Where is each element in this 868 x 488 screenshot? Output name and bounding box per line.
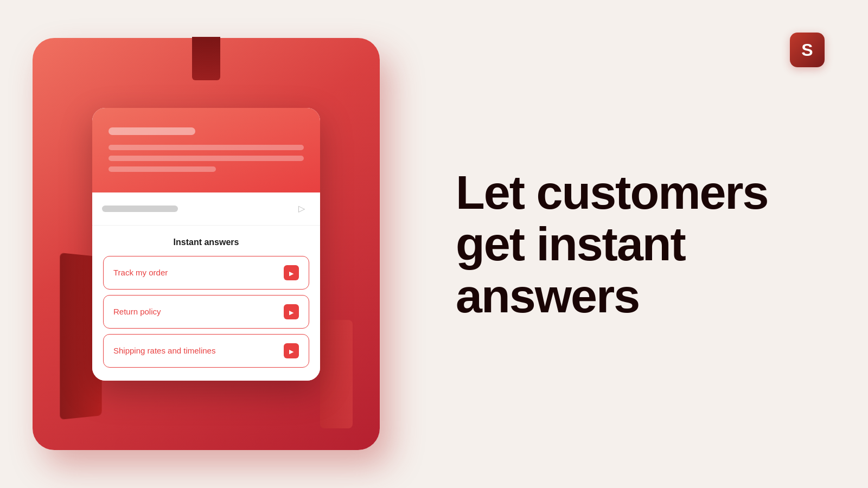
left-section: Instant answers Track my order Return po… xyxy=(0,0,412,488)
inner-card: Instant answers Track my order Return po… xyxy=(92,108,320,381)
return-policy-arrow-icon xyxy=(284,304,299,319)
shipping-rates-arrow-icon xyxy=(284,343,299,358)
track-order-arrow-icon xyxy=(284,265,299,280)
headline: Let customers get instant answers xyxy=(456,166,768,321)
search-input-placeholder xyxy=(102,206,178,212)
header-title-bar xyxy=(108,127,195,135)
card-header xyxy=(92,108,320,192)
return-policy-label: Return policy xyxy=(113,307,161,316)
shipping-rates-button[interactable]: Shipping rates and timelines xyxy=(103,334,309,368)
shipping-rates-label: Shipping rates and timelines xyxy=(113,346,215,355)
track-order-button[interactable]: Track my order xyxy=(103,256,309,290)
logo-badge: S xyxy=(790,33,825,67)
track-order-label: Track my order xyxy=(113,268,168,277)
shadow-block-right xyxy=(320,320,353,428)
search-bar xyxy=(92,192,320,226)
logo-letter: S xyxy=(801,40,813,60)
send-icon xyxy=(293,200,310,217)
instant-answers-title: Instant answers xyxy=(103,237,309,247)
card-scene: Instant answers Track my order Return po… xyxy=(33,38,380,450)
header-line-3 xyxy=(108,166,216,172)
right-section: Let customers get instant answers xyxy=(412,134,868,354)
bookmark-tab xyxy=(192,37,220,80)
return-policy-button[interactable]: Return policy xyxy=(103,295,309,329)
headline-line1: Let customers xyxy=(456,165,768,219)
card-body: Instant answers Track my order Return po… xyxy=(92,226,320,381)
headline-line3: answers xyxy=(456,269,639,323)
header-line-1 xyxy=(108,145,304,150)
send-arrow-icon xyxy=(298,203,305,214)
header-line-2 xyxy=(108,156,304,161)
headline-line2: get instant xyxy=(456,217,685,271)
